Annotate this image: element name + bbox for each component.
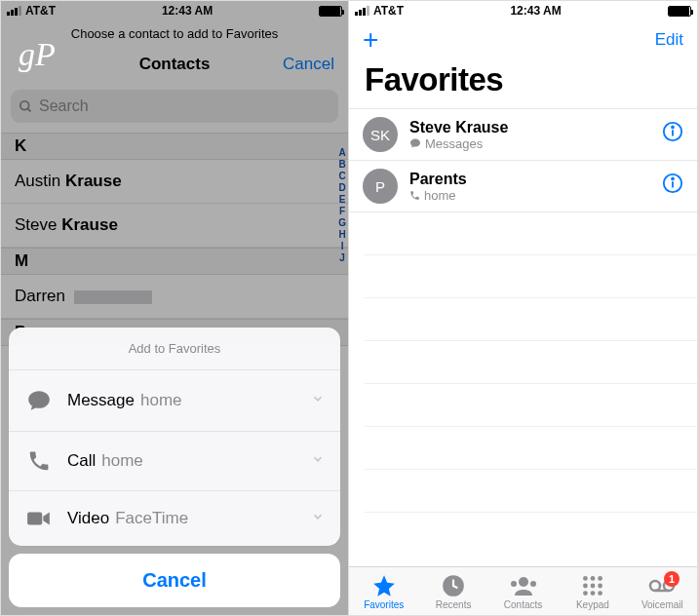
tab-label: Voicemail xyxy=(641,599,683,610)
svg-point-16 xyxy=(583,583,588,588)
star-icon xyxy=(371,573,397,598)
contact-row[interactable]: Darren xyxy=(1,275,348,319)
status-time: 12:43 AM xyxy=(162,4,213,18)
action-sheet: Add to Favorites Message home Call home xyxy=(9,327,340,607)
phone-icon xyxy=(24,449,54,473)
section-header: M xyxy=(1,248,348,275)
redacted-text xyxy=(74,290,152,304)
video-icon xyxy=(24,509,54,528)
carrier-label: AT&T xyxy=(373,4,404,18)
right-phone: AT&T 12:43 AM + Edit Favorites SK Steve … xyxy=(349,1,698,615)
svg-point-12 xyxy=(530,581,536,587)
empty-rows xyxy=(349,212,697,513)
search-placeholder: Search xyxy=(39,97,89,115)
contact-row[interactable]: Steve Krause xyxy=(1,204,348,248)
tab-label: Recents xyxy=(436,599,472,610)
phone-icon xyxy=(409,190,420,201)
svg-point-8 xyxy=(672,178,674,180)
svg-point-14 xyxy=(591,576,596,581)
chevron-down-icon xyxy=(311,391,325,410)
tab-bar: Favorites Recents Contacts Keypad 1 Voic… xyxy=(349,566,697,615)
message-icon xyxy=(409,137,421,149)
clock-icon xyxy=(441,573,466,598)
svg-point-18 xyxy=(598,583,602,588)
keypad-icon xyxy=(580,573,605,598)
search-icon xyxy=(19,99,33,114)
svg-point-10 xyxy=(519,577,528,587)
status-time: 12:43 AM xyxy=(510,4,561,18)
svg-point-15 xyxy=(598,576,602,581)
svg-point-20 xyxy=(591,591,596,596)
add-favorite-button[interactable]: + xyxy=(363,26,378,54)
status-bar: AT&T 12:43 AM xyxy=(1,1,348,20)
favorite-sublabel: Messages xyxy=(425,136,483,151)
tab-label: Keypad xyxy=(576,599,609,610)
svg-point-5 xyxy=(672,127,674,129)
battery-icon xyxy=(319,6,342,17)
tab-keypad[interactable]: Keypad xyxy=(558,567,627,615)
svg-line-1 xyxy=(27,108,30,111)
avatar: P xyxy=(363,169,398,204)
tab-favorites[interactable]: Favorites xyxy=(349,567,418,615)
signal-icon xyxy=(355,6,369,16)
svg-point-13 xyxy=(583,576,588,581)
sheet-title: Add to Favorites xyxy=(9,327,340,369)
tab-recents[interactable]: Recents xyxy=(418,567,487,615)
tab-label: Contacts xyxy=(504,599,542,610)
message-icon xyxy=(24,388,54,413)
contact-row[interactable]: Austin Krause xyxy=(1,160,348,204)
left-phone: AT&T 12:43 AM Choose a contact to add to… xyxy=(1,1,349,615)
svg-point-11 xyxy=(511,581,517,587)
signal-icon xyxy=(7,6,21,16)
sheet-option-video[interactable]: Video FaceTime xyxy=(9,490,340,546)
picker-cancel-button[interactable]: Cancel xyxy=(283,55,334,74)
avatar: SK xyxy=(363,117,398,152)
svg-point-0 xyxy=(20,100,29,109)
battery-icon xyxy=(668,6,691,17)
favorite-row[interactable]: SK Steve Krause Messages xyxy=(349,109,697,161)
page-title: Favorites xyxy=(349,59,697,108)
favorite-name: Steve Krause xyxy=(409,119,662,136)
svg-rect-2 xyxy=(27,513,42,525)
contacts-icon xyxy=(509,573,538,598)
svg-point-21 xyxy=(598,591,602,596)
edit-button[interactable]: Edit xyxy=(655,30,683,50)
chevron-down-icon xyxy=(311,451,325,471)
favorite-row[interactable]: P Parents home xyxy=(349,161,697,212)
chevron-down-icon xyxy=(311,509,325,528)
alpha-index[interactable]: ABCDEFGHIJ xyxy=(338,147,346,264)
watermark-logo: gP xyxy=(19,36,56,73)
svg-point-22 xyxy=(650,581,660,591)
favorite-sublabel: home xyxy=(424,188,456,203)
info-button[interactable] xyxy=(662,173,683,200)
svg-point-19 xyxy=(583,591,588,596)
favorites-list: SK Steve Krause Messages P Parents home xyxy=(349,108,697,212)
sheet-option-message[interactable]: Message home xyxy=(9,369,340,431)
favorite-name: Parents xyxy=(409,171,662,188)
tab-contacts[interactable]: Contacts xyxy=(488,567,558,615)
tab-voicemail[interactable]: 1 Voicemail xyxy=(628,567,697,615)
carrier-label: AT&T xyxy=(25,4,56,18)
picker-title: Contacts xyxy=(139,55,211,74)
sheet-cancel-button[interactable]: Cancel xyxy=(9,554,340,607)
info-button[interactable] xyxy=(662,121,683,148)
search-field[interactable]: Search xyxy=(11,90,338,123)
svg-point-17 xyxy=(591,583,596,588)
sheet-option-call[interactable]: Call home xyxy=(9,431,340,490)
section-header: K xyxy=(1,133,348,160)
tab-label: Favorites xyxy=(364,599,404,610)
status-bar: AT&T 12:43 AM xyxy=(349,1,697,20)
favorites-topbar: + Edit xyxy=(349,20,697,59)
voicemail-badge: 1 xyxy=(664,571,680,587)
